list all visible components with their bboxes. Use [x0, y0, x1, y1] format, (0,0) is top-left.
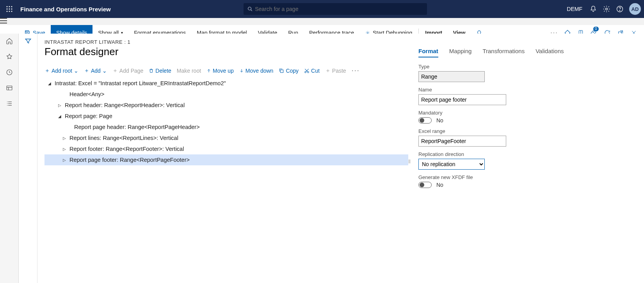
- tab-validations[interactable]: Validations: [535, 48, 564, 57]
- company-code[interactable]: DEMF: [567, 6, 582, 12]
- page-title: Format designer: [44, 46, 408, 58]
- trash-icon: [149, 68, 154, 73]
- more-actions-icon[interactable]: ···: [352, 66, 360, 75]
- svg-rect-28: [7, 86, 12, 90]
- tree-node[interactable]: ▷Report lines: Range<ReportLines>: Verti…: [44, 133, 408, 143]
- details-tabs: Format Mapping Transformations Validatio…: [418, 48, 637, 57]
- user-avatar[interactable]: AD: [629, 3, 641, 15]
- cut-icon: [304, 68, 310, 73]
- collapse-icon[interactable]: ◢: [47, 81, 52, 86]
- excel-range-field[interactable]: [418, 136, 506, 147]
- xfdf-value: No: [436, 182, 443, 188]
- format-properties-form: Type Name Mandatory No Excel range Repli…: [418, 64, 637, 188]
- chevron-down-icon: ⌄: [102, 68, 107, 74]
- tree-node[interactable]: ◢Report page: Page: [44, 111, 408, 122]
- format-tree: ◢Intrastat: Excel = "Intrastat report Li…: [44, 78, 408, 165]
- workspaces-icon[interactable]: [5, 84, 14, 92]
- cut-button[interactable]: Cut: [304, 68, 320, 74]
- paste-button: ＋Paste: [325, 67, 346, 74]
- svg-point-1: [9, 6, 10, 7]
- arrow-down-icon: [239, 68, 244, 73]
- left-nav-rail: [0, 34, 19, 283]
- tree-toolbar: ＋Add root⌄ ＋Add⌄ ＋Add Page Delete Make r…: [44, 66, 408, 75]
- expand-icon[interactable]: ▷: [62, 158, 67, 162]
- svg-point-0: [7, 6, 8, 7]
- nav-toggle[interactable]: [0, 18, 644, 25]
- bell-icon[interactable]: [589, 5, 597, 13]
- type-field: [418, 71, 485, 82]
- app-launcher-icon[interactable]: [3, 3, 16, 15]
- tree-node[interactable]: ▷Report header: Range<ReportHeader>: Ver…: [44, 100, 408, 111]
- mandatory-label: Mandatory: [418, 110, 637, 116]
- excel-range-label: Excel range: [418, 128, 637, 134]
- svg-rect-17: [26, 30, 28, 32]
- svg-point-9: [248, 7, 251, 10]
- svg-line-10: [251, 10, 252, 11]
- svg-point-2: [11, 6, 12, 7]
- tab-transformations[interactable]: Transformations: [482, 48, 525, 57]
- name-label: Name: [418, 87, 637, 93]
- gear-icon[interactable]: [603, 5, 610, 13]
- svg-point-6: [7, 11, 8, 12]
- breadcrumb: INTRASTAT REPORT LITWARE : 1: [44, 39, 408, 45]
- filter-icon[interactable]: [25, 38, 32, 283]
- recent-icon[interactable]: [5, 68, 14, 77]
- favorites-icon[interactable]: [5, 52, 14, 61]
- app-title: Finance and Operations Preview: [20, 6, 111, 13]
- tab-format[interactable]: Format: [418, 48, 438, 57]
- tree-node[interactable]: ◢Intrastat: Excel = "Intrastat report Li…: [44, 78, 408, 89]
- search-icon: [247, 6, 253, 12]
- svg-point-19: [367, 32, 368, 34]
- replication-select[interactable]: No replication: [418, 159, 485, 170]
- xfdf-toggle[interactable]: [418, 182, 432, 188]
- mandatory-value: No: [436, 117, 443, 124]
- add-root-button[interactable]: ＋Add root⌄: [44, 67, 78, 74]
- add-page-button: ＋Add Page: [112, 67, 144, 74]
- svg-point-5: [11, 9, 12, 10]
- type-label: Type: [418, 64, 637, 70]
- tree-node-selected[interactable]: ▷Report page footer: Range<ReportPageFoo…: [44, 154, 408, 165]
- make-root-button: Make root: [177, 68, 201, 74]
- svg-point-11: [606, 8, 608, 10]
- expand-icon[interactable]: ▷: [62, 136, 67, 140]
- tree-node[interactable]: ▷Report footer: Range<ReportFooter>: Ver…: [44, 143, 408, 154]
- svg-point-8: [11, 11, 12, 12]
- mandatory-toggle[interactable]: [418, 117, 432, 124]
- arrow-up-icon: [206, 68, 211, 73]
- expand-icon[interactable]: ▷: [62, 147, 67, 151]
- chevron-down-icon: ⌄: [74, 68, 78, 74]
- expand-icon[interactable]: ▷: [57, 103, 62, 107]
- add-button[interactable]: ＋Add⌄: [84, 67, 107, 74]
- svg-point-13: [619, 11, 620, 11]
- replication-label: Replication direction: [418, 151, 637, 157]
- search-input[interactable]: [255, 6, 423, 12]
- move-down-button[interactable]: Move down: [239, 68, 274, 74]
- move-up-button[interactable]: Move up: [206, 68, 234, 74]
- filter-strip: [19, 34, 37, 283]
- search-box[interactable]: [244, 3, 427, 15]
- copy-icon: [279, 68, 284, 73]
- copy-button[interactable]: Copy: [279, 68, 299, 74]
- name-field[interactable]: [418, 94, 506, 105]
- tab-mapping[interactable]: Mapping: [449, 48, 472, 57]
- attachments-badge: 0: [593, 27, 599, 31]
- help-icon[interactable]: [616, 5, 624, 13]
- tree-node[interactable]: ▸Header<Any>: [44, 89, 408, 100]
- home-icon[interactable]: [5, 37, 14, 45]
- svg-point-4: [9, 9, 10, 10]
- xfdf-label: Generate new XFDF file: [418, 174, 637, 180]
- top-app-bar: Finance and Operations Preview DEMF AD: [0, 0, 644, 18]
- tree-node[interactable]: ▸Report page header: Range<ReportPageHea…: [44, 122, 408, 133]
- delete-button[interactable]: Delete: [149, 68, 171, 74]
- collapse-icon[interactable]: ◢: [57, 114, 62, 118]
- svg-point-20: [477, 30, 480, 34]
- svg-point-7: [9, 11, 10, 12]
- svg-rect-37: [281, 70, 283, 72]
- main-content: INTRASTAT REPORT LITWARE : 1 Format desi…: [37, 34, 644, 283]
- modules-icon[interactable]: [5, 99, 14, 108]
- svg-point-3: [7, 9, 8, 10]
